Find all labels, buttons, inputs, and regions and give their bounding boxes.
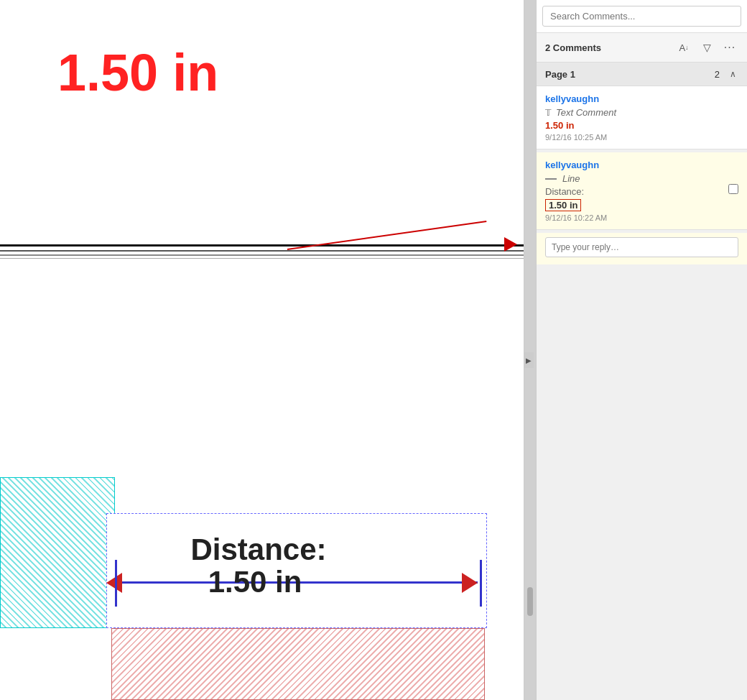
canvas-measurement-text: 1.50 in xyxy=(57,43,218,102)
filter-icon[interactable]: ▽ xyxy=(698,39,715,56)
comment-value-1: 1.50 in xyxy=(545,120,738,131)
comment-type-label-1: Text Comment xyxy=(556,107,616,118)
comment-card-1: kellyvaughn 𝕋 Text Comment 1.50 in 9/12/… xyxy=(537,86,747,149)
comments-toolbar: 2 Comments A↓ ▽ ··· xyxy=(537,33,747,63)
comment-type-row-1: 𝕋 Text Comment xyxy=(545,107,738,118)
comment-author-1: kellyvaughn xyxy=(545,93,738,104)
page-count: 2 xyxy=(715,69,720,80)
cyan-hatch-box xyxy=(0,477,115,628)
bottom-area: Distance: 1.50 in xyxy=(0,477,524,700)
comment-distance-label: Distance: xyxy=(545,186,738,197)
distance-label: Distance: xyxy=(187,533,330,567)
comment-checkbox[interactable] xyxy=(728,184,738,194)
comments-panel: 2 Comments A↓ ▽ ··· Page 1 2 ∧ kellyvaug… xyxy=(536,0,747,700)
scrollbar-divider: ▶ xyxy=(524,0,536,700)
reply-input-container xyxy=(537,233,747,264)
line-icon xyxy=(545,178,557,180)
arrow-line xyxy=(287,221,487,250)
tick-left xyxy=(115,560,117,607)
comment-author-2: kellyvaughn xyxy=(545,160,738,170)
text-comment-icon: 𝕋 xyxy=(545,108,552,118)
comment-type-label-2: Line xyxy=(562,173,580,184)
comment-type-row-2: Line xyxy=(545,173,738,184)
search-input[interactable] xyxy=(542,6,741,27)
sort-icon[interactable]: A↓ xyxy=(675,39,692,56)
blue-arrow-right xyxy=(462,573,478,593)
annotation-arrow xyxy=(287,229,517,257)
search-bar xyxy=(537,0,747,33)
distance-value: 1.50 in xyxy=(201,565,309,599)
tick-right xyxy=(480,560,482,607)
canvas-area: 1.50 in Distance: 1.50 in xyxy=(0,0,524,700)
comment-timestamp-1: 9/12/16 10:25 AM xyxy=(545,133,738,142)
more-options-icon[interactable]: ··· xyxy=(721,39,738,56)
scrollbar-thumb[interactable] xyxy=(527,587,533,616)
page-label: Page 1 xyxy=(545,69,575,80)
collapse-page-icon[interactable]: ∧ xyxy=(727,68,738,80)
comments-count: 2 Comments xyxy=(545,42,669,53)
red-hatch-box xyxy=(111,628,485,700)
blue-arrow-left xyxy=(106,573,122,593)
line-4 xyxy=(0,258,524,259)
comment-card-2: kellyvaughn Line Distance: 1.50 in 9/12/… xyxy=(537,152,747,230)
arrow-head xyxy=(504,237,517,252)
comment-value-highlighted: 1.50 in xyxy=(545,199,581,211)
panel-toggle-arrow[interactable]: ▶ xyxy=(524,352,534,368)
comment-timestamp-2: 9/12/16 10:22 AM xyxy=(545,213,738,222)
page-header: Page 1 2 ∧ xyxy=(537,63,747,86)
comments-list: kellyvaughn 𝕋 Text Comment 1.50 in 9/12/… xyxy=(537,86,747,700)
reply-input[interactable] xyxy=(545,237,738,257)
